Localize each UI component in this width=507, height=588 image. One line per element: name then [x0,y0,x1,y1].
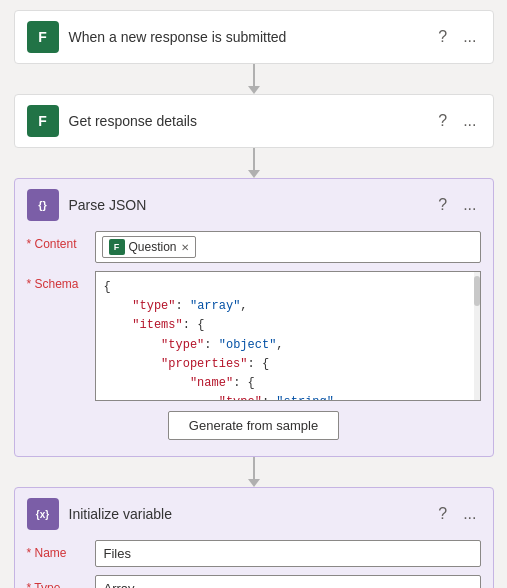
parse-json-icon: {} [27,189,59,221]
schema-line-1: { [104,278,472,297]
help-icon: ? [438,505,447,523]
type-field-row: Type Array ⌄ [27,575,481,588]
name-label: Name [27,540,87,560]
get-response-more-button[interactable]: ... [459,110,480,132]
more-icon: ... [463,112,476,130]
get-response-help-button[interactable]: ? [434,110,451,132]
content-field-row: Content F Question ✕ [27,231,481,263]
trigger-title: When a new response is submitted [69,29,425,45]
trigger-icon-label: F [38,29,47,45]
parse-json-more-button[interactable]: ... [459,194,480,216]
connector-2 [248,148,260,178]
init-variable-title: Initialize variable [69,506,425,522]
token-close-button[interactable]: ✕ [181,242,189,253]
schema-line-5: "properties": { [104,355,472,374]
connector-line-2 [253,148,255,170]
init-variable-card: {x} Initialize variable ? ... Name Type [14,487,494,588]
schema-line-3: "items": { [104,316,472,335]
help-icon: ? [438,28,447,46]
more-icon: ... [463,505,476,523]
schema-line-7: "type": "string" [104,393,472,401]
connector-line-3 [253,457,255,479]
flow-container: F When a new response is submitted ? ...… [12,10,495,588]
connector-1 [248,64,260,94]
content-label: Content [27,231,87,251]
generate-from-sample-button[interactable]: Generate from sample [168,411,339,440]
trigger-card-header: F When a new response is submitted ? ... [15,11,493,63]
connector-line-1 [253,64,255,86]
trigger-card: F When a new response is submitted ? ... [14,10,494,64]
more-icon: ... [463,28,476,46]
schema-line-2: "type": "array", [104,297,472,316]
name-field-row: Name [27,540,481,567]
schema-editor[interactable]: { "type": "array", "items": { "type": "o… [95,271,481,401]
token-label: Question [129,240,177,254]
get-response-title: Get response details [69,113,425,129]
connector-arrow-1 [248,86,260,94]
question-token: F Question ✕ [102,236,196,258]
token-forms-icon: F [109,239,125,255]
schema-thumb [474,276,480,306]
get-response-icon-label: F [38,113,47,129]
help-icon: ? [438,112,447,130]
connector-3 [248,457,260,487]
schema-label: Schema [27,271,87,291]
connector-arrow-2 [248,170,260,178]
get-response-card-header: F Get response details ? ... [15,95,493,147]
type-value: Array [104,581,135,588]
init-variable-help-button[interactable]: ? [434,503,451,525]
init-variable-actions: ? ... [434,503,480,525]
schema-line-4: "type": "object", [104,336,472,355]
parse-json-help-button[interactable]: ? [434,194,451,216]
parse-json-body: Content F Question ✕ Schema { "type": "a… [15,231,493,456]
trigger-actions: ? ... [434,26,480,48]
connector-arrow-3 [248,479,260,487]
schema-field-row: Schema { "type": "array", "items": { "ty… [27,271,481,401]
parse-json-icon-label: {} [38,199,47,211]
trigger-help-button[interactable]: ? [434,26,451,48]
init-variable-body: Name Type Array ⌄ Value [15,540,493,588]
get-response-actions: ? ... [434,110,480,132]
init-variable-icon: {x} [27,498,59,530]
parse-json-card: {} Parse JSON ? ... Content F Question [14,178,494,457]
schema-line-6: "name": { [104,374,472,393]
more-icon: ... [463,196,476,214]
content-input[interactable]: F Question ✕ [95,231,481,263]
chevron-down-icon: ⌄ [462,582,472,589]
schema-scrollbar [474,272,480,400]
parse-json-title: Parse JSON [69,197,425,213]
init-variable-more-button[interactable]: ... [459,503,480,525]
trigger-more-button[interactable]: ... [459,26,480,48]
init-variable-card-header: {x} Initialize variable ? ... [15,488,493,540]
type-select[interactable]: Array ⌄ [95,575,481,588]
name-input[interactable] [95,540,481,567]
type-label: Type [27,575,87,588]
parse-json-card-header: {} Parse JSON ? ... [15,179,493,231]
parse-json-actions: ? ... [434,194,480,216]
help-icon: ? [438,196,447,214]
get-response-icon: F [27,105,59,137]
get-response-card: F Get response details ? ... [14,94,494,148]
init-variable-icon-label: {x} [36,509,49,520]
trigger-icon: F [27,21,59,53]
